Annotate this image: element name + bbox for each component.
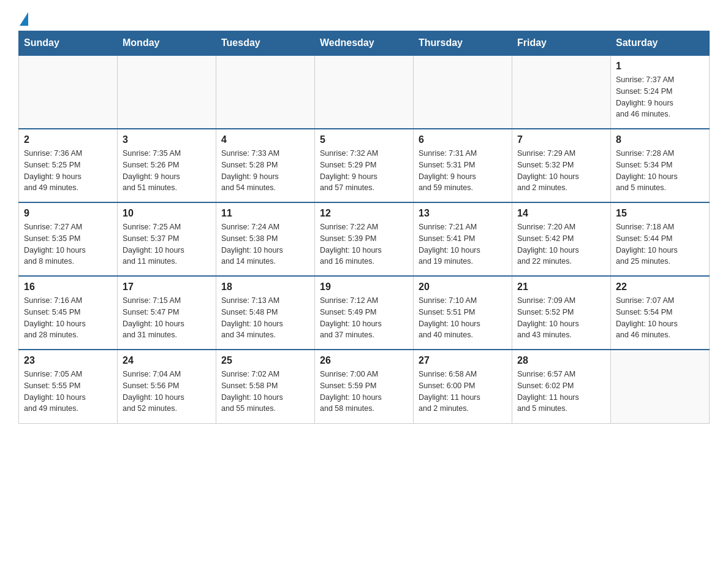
weekday-header-sunday: Sunday <box>19 31 118 56</box>
weekday-header-monday: Monday <box>118 31 216 56</box>
day-info: Sunrise: 7:36 AMSunset: 5:25 PMDaylight:… <box>24 148 112 194</box>
day-number: 19 <box>320 282 408 293</box>
weekday-header-thursday: Thursday <box>414 31 512 56</box>
day-info: Sunrise: 7:05 AMSunset: 5:55 PMDaylight:… <box>24 369 112 415</box>
calendar-cell <box>512 55 611 129</box>
calendar-cell: 24Sunrise: 7:04 AMSunset: 5:56 PMDayligh… <box>118 350 216 423</box>
calendar-cell: 14Sunrise: 7:20 AMSunset: 5:42 PMDayligh… <box>512 202 611 276</box>
calendar-cell: 10Sunrise: 7:25 AMSunset: 5:37 PMDayligh… <box>118 202 216 276</box>
calendar-cell <box>414 55 512 129</box>
calendar-cell: 11Sunrise: 7:24 AMSunset: 5:38 PMDayligh… <box>216 202 315 276</box>
day-info: Sunrise: 7:28 AMSunset: 5:34 PMDaylight:… <box>616 148 704 194</box>
day-number: 26 <box>320 355 408 366</box>
day-number: 5 <box>320 134 408 145</box>
day-info: Sunrise: 7:32 AMSunset: 5:29 PMDaylight:… <box>320 148 408 194</box>
calendar-cell <box>315 55 414 129</box>
calendar-cell: 19Sunrise: 7:12 AMSunset: 5:49 PMDayligh… <box>315 276 414 350</box>
calendar-cell: 2Sunrise: 7:36 AMSunset: 5:25 PMDaylight… <box>19 129 118 202</box>
week-row-3: 9Sunrise: 7:27 AMSunset: 5:35 PMDaylight… <box>19 202 710 276</box>
day-number: 22 <box>616 282 704 293</box>
day-info: Sunrise: 7:12 AMSunset: 5:49 PMDaylight:… <box>320 295 408 341</box>
week-row-1: 1Sunrise: 7:37 AMSunset: 5:24 PMDaylight… <box>19 55 710 129</box>
calendar-cell: 4Sunrise: 7:33 AMSunset: 5:28 PMDaylight… <box>216 129 315 202</box>
logo-triangle-icon <box>20 12 28 26</box>
week-row-4: 16Sunrise: 7:16 AMSunset: 5:45 PMDayligh… <box>19 276 710 350</box>
day-number: 24 <box>123 355 211 366</box>
day-info: Sunrise: 7:00 AMSunset: 5:59 PMDaylight:… <box>320 369 408 415</box>
weekday-header-tuesday: Tuesday <box>216 31 315 56</box>
day-info: Sunrise: 7:29 AMSunset: 5:32 PMDaylight:… <box>517 148 605 194</box>
day-number: 25 <box>221 355 309 366</box>
day-info: Sunrise: 7:02 AMSunset: 5:58 PMDaylight:… <box>221 369 309 415</box>
week-row-5: 23Sunrise: 7:05 AMSunset: 5:55 PMDayligh… <box>19 350 710 423</box>
day-number: 18 <box>221 282 309 293</box>
day-number: 16 <box>24 282 112 293</box>
day-info: Sunrise: 7:10 AMSunset: 5:51 PMDaylight:… <box>419 295 507 341</box>
calendar-cell: 8Sunrise: 7:28 AMSunset: 5:34 PMDaylight… <box>611 129 710 202</box>
calendar-cell <box>19 55 118 129</box>
day-number: 6 <box>419 134 507 145</box>
day-info: Sunrise: 6:58 AMSunset: 6:00 PMDaylight:… <box>419 369 507 415</box>
calendar-cell: 26Sunrise: 7:00 AMSunset: 5:59 PMDayligh… <box>315 350 414 423</box>
day-info: Sunrise: 7:25 AMSunset: 5:37 PMDaylight:… <box>123 221 211 267</box>
week-row-2: 2Sunrise: 7:36 AMSunset: 5:25 PMDaylight… <box>19 129 710 202</box>
day-number: 13 <box>419 208 507 219</box>
day-info: Sunrise: 7:37 AMSunset: 5:24 PMDaylight:… <box>616 74 704 120</box>
day-number: 17 <box>123 282 211 293</box>
day-info: Sunrise: 7:21 AMSunset: 5:41 PMDaylight:… <box>419 221 507 267</box>
day-number: 1 <box>616 61 704 72</box>
calendar-cell: 1Sunrise: 7:37 AMSunset: 5:24 PMDaylight… <box>611 55 710 129</box>
calendar-cell: 21Sunrise: 7:09 AMSunset: 5:52 PMDayligh… <box>512 276 611 350</box>
day-info: Sunrise: 7:33 AMSunset: 5:28 PMDaylight:… <box>221 148 309 194</box>
calendar-cell: 3Sunrise: 7:35 AMSunset: 5:26 PMDaylight… <box>118 129 216 202</box>
calendar-cell: 6Sunrise: 7:31 AMSunset: 5:31 PMDaylight… <box>414 129 512 202</box>
day-number: 12 <box>320 208 408 219</box>
calendar-cell: 15Sunrise: 7:18 AMSunset: 5:44 PMDayligh… <box>611 202 710 276</box>
weekday-header-friday: Friday <box>512 31 611 56</box>
day-number: 4 <box>221 134 309 145</box>
calendar-cell: 23Sunrise: 7:05 AMSunset: 5:55 PMDayligh… <box>19 350 118 423</box>
calendar-cell: 7Sunrise: 7:29 AMSunset: 5:32 PMDaylight… <box>512 129 611 202</box>
weekday-header-saturday: Saturday <box>611 31 710 56</box>
day-info: Sunrise: 7:35 AMSunset: 5:26 PMDaylight:… <box>123 148 211 194</box>
day-info: Sunrise: 7:18 AMSunset: 5:44 PMDaylight:… <box>616 221 704 267</box>
weekday-header-wednesday: Wednesday <box>315 31 414 56</box>
day-number: 14 <box>517 208 605 219</box>
calendar-cell: 5Sunrise: 7:32 AMSunset: 5:29 PMDaylight… <box>315 129 414 202</box>
day-info: Sunrise: 7:20 AMSunset: 5:42 PMDaylight:… <box>517 221 605 267</box>
day-info: Sunrise: 7:15 AMSunset: 5:47 PMDaylight:… <box>123 295 211 341</box>
day-number: 10 <box>123 208 211 219</box>
day-number: 15 <box>616 208 704 219</box>
calendar-cell <box>118 55 216 129</box>
calendar-cell: 18Sunrise: 7:13 AMSunset: 5:48 PMDayligh… <box>216 276 315 350</box>
day-info: Sunrise: 7:24 AMSunset: 5:38 PMDaylight:… <box>221 221 309 267</box>
day-info: Sunrise: 7:16 AMSunset: 5:45 PMDaylight:… <box>24 295 112 341</box>
day-number: 20 <box>419 282 507 293</box>
page-header <box>18 12 710 25</box>
day-number: 27 <box>419 355 507 366</box>
calendar-header-row: SundayMondayTuesdayWednesdayThursdayFrid… <box>19 31 710 56</box>
calendar-cell: 13Sunrise: 7:21 AMSunset: 5:41 PMDayligh… <box>414 202 512 276</box>
calendar-cell: 12Sunrise: 7:22 AMSunset: 5:39 PMDayligh… <box>315 202 414 276</box>
logo <box>18 12 28 25</box>
calendar-cell: 17Sunrise: 7:15 AMSunset: 5:47 PMDayligh… <box>118 276 216 350</box>
day-info: Sunrise: 7:22 AMSunset: 5:39 PMDaylight:… <box>320 221 408 267</box>
day-info: Sunrise: 7:07 AMSunset: 5:54 PMDaylight:… <box>616 295 704 341</box>
day-number: 7 <box>517 134 605 145</box>
day-number: 8 <box>616 134 704 145</box>
day-info: Sunrise: 6:57 AMSunset: 6:02 PMDaylight:… <box>517 369 605 415</box>
day-number: 23 <box>24 355 112 366</box>
day-info: Sunrise: 7:09 AMSunset: 5:52 PMDaylight:… <box>517 295 605 341</box>
day-number: 2 <box>24 134 112 145</box>
day-number: 28 <box>517 355 605 366</box>
calendar-cell: 20Sunrise: 7:10 AMSunset: 5:51 PMDayligh… <box>414 276 512 350</box>
calendar-cell: 16Sunrise: 7:16 AMSunset: 5:45 PMDayligh… <box>19 276 118 350</box>
day-info: Sunrise: 7:13 AMSunset: 5:48 PMDaylight:… <box>221 295 309 341</box>
day-number: 9 <box>24 208 112 219</box>
calendar-cell: 22Sunrise: 7:07 AMSunset: 5:54 PMDayligh… <box>611 276 710 350</box>
calendar-cell <box>216 55 315 129</box>
calendar-cell <box>611 350 710 423</box>
day-number: 11 <box>221 208 309 219</box>
day-number: 21 <box>517 282 605 293</box>
calendar-cell: 27Sunrise: 6:58 AMSunset: 6:00 PMDayligh… <box>414 350 512 423</box>
